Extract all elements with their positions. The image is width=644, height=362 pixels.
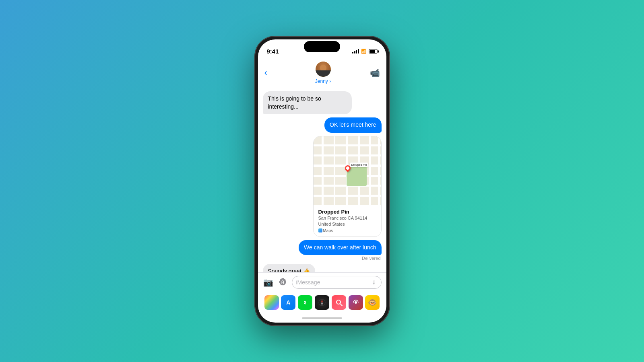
camera-button[interactable]: 📷 — [263, 277, 274, 288]
phone-wrapper: 9:41 📶 ‹ — [255, 36, 390, 326]
mic-icon[interactable]: 🎙 — [372, 279, 377, 286]
status-time: 9:41 — [267, 48, 279, 55]
avatar — [316, 62, 331, 77]
nav-header: ‹ Jenny › 📹 — [258, 60, 386, 88]
message-row-5: Sounds great 👍 — [263, 264, 382, 272]
messages-area[interactable]: This is going to be so interesting... OK… — [258, 88, 386, 272]
message-row-2: OK let's meet here — [263, 117, 382, 133]
tray-app-compass[interactable] — [315, 295, 329, 310]
map-source: Maps — [318, 228, 376, 233]
input-bar: 📷 🅐 iMessage 🎙 — [258, 272, 386, 292]
dynamic-island — [304, 41, 340, 52]
map-location-name: Dropped Pin — [318, 209, 376, 215]
imessage-input[interactable]: iMessage 🎙 — [292, 276, 382, 289]
app-tray: A $ — [258, 292, 386, 314]
map-location-city: San Francisco CA 94114 United States — [318, 215, 376, 228]
delivered-status: Delivered — [362, 256, 381, 261]
screen: 9:41 📶 ‹ — [258, 39, 386, 323]
bubble-incoming-5: Sounds great 👍 — [263, 264, 315, 272]
tray-app-appstore[interactable]: A — [281, 295, 295, 310]
map-pin-label: Dropped Pin — [350, 162, 369, 167]
appstore-button[interactable]: 🅐 — [277, 277, 289, 288]
battery-icon — [369, 49, 378, 53]
bubble-outgoing-4: We can walk over after lunch — [299, 240, 382, 255]
apple-maps-icon — [318, 228, 322, 232]
message-row-map: Dropped Pin Dropped Pin San Francisco CA… — [263, 136, 382, 237]
back-button[interactable]: ‹ — [264, 68, 277, 78]
svg-line-5 — [340, 304, 342, 306]
signal-icon — [352, 49, 359, 53]
tray-app-search[interactable] — [332, 295, 346, 310]
svg-point-6 — [355, 301, 357, 304]
phone-body: 9:41 📶 ‹ — [255, 36, 390, 326]
contact-info[interactable]: Jenny › — [315, 62, 331, 84]
message-row-4: We can walk over after lunch Delivered — [263, 240, 382, 261]
map-visual: Dropped Pin — [314, 136, 381, 205]
tray-app-memoji[interactable]: 🐵 — [365, 295, 380, 310]
status-icons: 📶 — [352, 49, 378, 54]
video-call-button[interactable]: 📹 — [370, 68, 380, 78]
home-indicator — [258, 314, 386, 323]
input-placeholder: iMessage — [296, 279, 320, 286]
map-bubble[interactable]: Dropped Pin Dropped Pin San Francisco CA… — [313, 136, 382, 237]
bubble-outgoing-2: OK let's meet here — [324, 117, 382, 133]
tray-app-cash[interactable]: $ — [298, 295, 312, 310]
home-bar — [302, 317, 342, 319]
map-info: Dropped Pin San Francisco CA 94114 Unite… — [314, 205, 381, 237]
contact-name: Jenny › — [315, 78, 331, 84]
wifi-icon: 📶 — [361, 49, 367, 54]
tray-app-podcasts[interactable] — [349, 295, 363, 310]
message-row-1: This is going to be so interesting... — [263, 91, 382, 114]
tray-app-photos[interactable] — [264, 295, 279, 310]
bubble-incoming-1: This is going to be so interesting... — [263, 91, 352, 114]
